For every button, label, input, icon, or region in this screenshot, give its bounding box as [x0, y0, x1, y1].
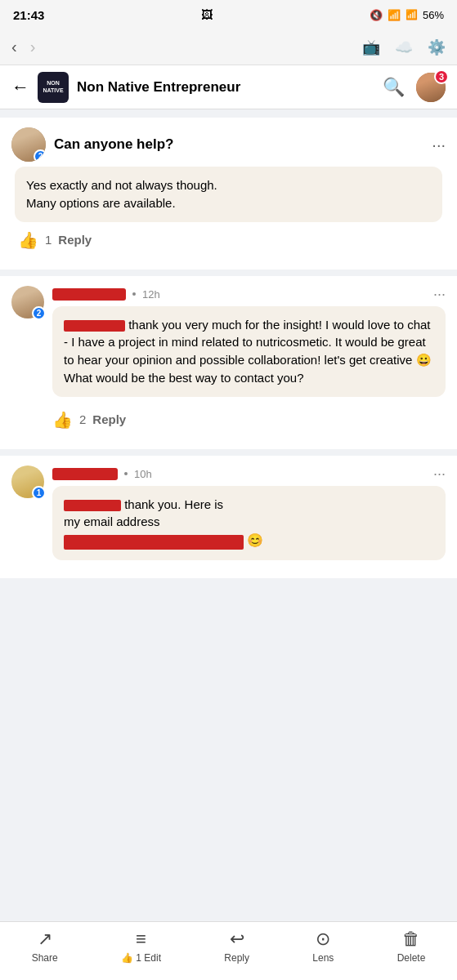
delete-button[interactable]: 🗑 Delete [397, 929, 426, 964]
post-author-avatar: 2 [11, 127, 46, 162]
lens-icon: ⊙ [316, 929, 330, 950]
notification-badge: 3 [434, 69, 449, 84]
share-button[interactable]: ↗ Share [32, 929, 58, 964]
edit-button[interactable]: ≡ 👍 1 Edit [121, 929, 161, 964]
mention-redacted-3 [64, 500, 121, 511]
comment-time-3: 10h [134, 468, 152, 480]
dot-separator-3 [124, 472, 128, 475]
mute-icon: 🔇 [370, 9, 383, 21]
edit-label: 👍 1 Edit [121, 952, 161, 964]
reply-icon: ↩ [230, 929, 244, 950]
post-header: 2 Can anyone help? ··· [11, 127, 446, 162]
reply-button-2[interactable]: Reply [92, 412, 126, 426]
wifi-icon: 📶 [388, 9, 401, 21]
fb-back-button[interactable]: ← [11, 77, 29, 98]
comment-meta-2: 12h ··· [52, 286, 446, 303]
lens-label: Lens [312, 952, 334, 964]
status-icons: 🔇 📶 📶 56% [370, 9, 444, 21]
status-photo-icon: 🖼 [201, 8, 213, 21]
search-button[interactable]: 🔍 [383, 77, 405, 98]
comment-actions-1: 👍 1 Reply [15, 225, 442, 260]
lens-button[interactable]: ⊙ Lens [312, 929, 334, 964]
battery-text: 56% [423, 9, 444, 21]
comment-bubble-3: thank you. Here ismy email address 😊 [52, 486, 446, 560]
commenter-avatar-2: 2 [11, 286, 44, 318]
comment-section-1: Yes exactly and not always though.Many o… [11, 167, 446, 260]
commenter-badge-3: 1 [32, 486, 46, 500]
comment-more-3[interactable]: ··· [433, 466, 446, 483]
fb-bar-right: 🔍 3 [383, 73, 446, 102]
commenter-badge-2: 2 [32, 306, 46, 320]
delete-icon: 🗑 [402, 929, 420, 950]
settings-icon[interactable]: ⚙️ [428, 38, 446, 56]
comment-card-3: 1 10h ··· thank you. Here ismy email add… [0, 456, 457, 578]
browser-forward-button[interactable]: › [30, 38, 36, 56]
main-content: 2 Can anyone help? ··· Yes exactly and n… [0, 109, 457, 691]
status-bar: 21:43 🖼 🔇 📶 📶 56% [0, 0, 457, 29]
comment-right-3: 10h ··· thank you. Here ismy email addre… [52, 466, 446, 564]
post-card: 2 Can anyone help? ··· Yes exactly and n… [0, 118, 457, 270]
comment-bubble-1: Yes exactly and not always though.Many o… [15, 167, 442, 222]
comment-bubble-2: thank you very much for the insight! I w… [52, 306, 446, 397]
commenter-name-redacted-2 [52, 288, 126, 301]
comment-text-1: Yes exactly and not always though.Many o… [26, 178, 217, 210]
dot-separator-2 [132, 292, 136, 296]
commenter-avatar-3: 1 [11, 466, 44, 498]
comment-card-2: 2 12h ··· thank you very much for the in… [0, 276, 457, 449]
share-icon: ↗ [38, 929, 52, 950]
like-button-1[interactable]: 👍 [18, 230, 38, 250]
comment-time-2: 12h [142, 288, 160, 301]
commenter-name-redacted-3 [52, 468, 118, 480]
comment-row-2: 2 12h ··· thank you very much for the in… [11, 286, 446, 400]
like-count-1: 1 [45, 233, 52, 247]
like-count-2: 2 [79, 412, 86, 426]
browser-back-button[interactable]: ‹ [11, 38, 17, 56]
reply-action-label: Reply [224, 952, 249, 964]
browser-bar: ‹ › 📺 ☁️ ⚙️ [0, 29, 457, 65]
share-label: Share [32, 952, 58, 964]
comment-more-2[interactable]: ··· [433, 286, 446, 303]
post-title: Can anyone help? [54, 136, 173, 153]
signal-icon: 📶 [405, 9, 418, 20]
email-redacted-3 [64, 535, 244, 550]
comment-actions-2: 👍 2 Reply [11, 405, 446, 439]
comment-text-3: thank you. Here ismy email address 😊 [64, 497, 263, 547]
edit-icon: ≡ [136, 929, 146, 950]
mention-redacted-2 [64, 320, 125, 332]
comment-meta-3: 10h ··· [52, 466, 446, 483]
avatar-badge: 2 [34, 149, 46, 162]
comment-text-2: thank you very much for the insight! I w… [64, 318, 432, 385]
reply-button-1[interactable]: Reply [58, 233, 92, 247]
bottom-spacer [0, 585, 457, 683]
bottom-action-bar: ↗ Share ≡ 👍 1 Edit ↩ Reply ⊙ Lens 🗑 Dele… [0, 921, 457, 980]
delete-label: Delete [397, 952, 426, 964]
like-button-2[interactable]: 👍 [52, 410, 73, 430]
comment-right-2: 12h ··· thank you very much for the insi… [52, 286, 446, 400]
reply-action-button[interactable]: ↩ Reply [224, 929, 249, 964]
comment-row-3: 1 10h ··· thank you. Here ismy email add… [11, 466, 446, 564]
group-name: Non Native Entrepreneur [77, 79, 374, 96]
cloud-icon[interactable]: ☁️ [395, 38, 413, 56]
status-time: 21:43 [13, 8, 44, 22]
cast-icon[interactable]: 📺 [362, 38, 380, 56]
user-avatar-container[interactable]: 3 [416, 73, 446, 102]
group-logo: NONNATIVE [38, 72, 69, 103]
fb-app-bar: ← NONNATIVE Non Native Entrepreneur 🔍 3 [0, 65, 457, 109]
browser-icons-right: 📺 ☁️ ⚙️ [362, 38, 446, 56]
post-more-button[interactable]: ··· [432, 136, 446, 154]
